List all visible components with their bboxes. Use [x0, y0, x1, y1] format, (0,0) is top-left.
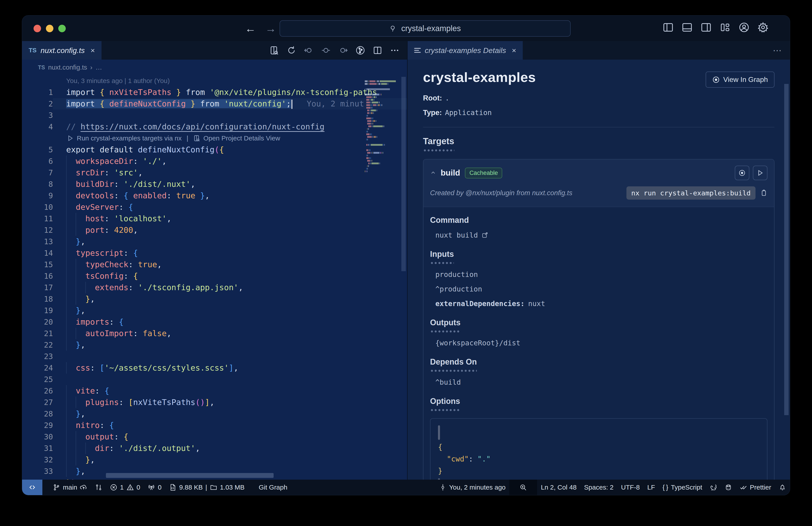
code-line[interactable]: 22 }, [22, 339, 407, 351]
code-line[interactable]: 11 host: 'localhost', [22, 213, 407, 224]
code-line[interactable]: 24 css: ['~/assets/css/styles.scss'], [22, 362, 407, 374]
toggle-secondary-sidebar-icon[interactable] [700, 22, 712, 33]
code-line[interactable]: 16 tsConfig: { [22, 270, 407, 282]
view-in-graph-button[interactable]: View In Graph [706, 72, 774, 88]
code-editor[interactable]: TS nuxt.config.ts › … You, 3 minutes ago… [22, 60, 408, 480]
code-line[interactable]: 13 }, [22, 236, 407, 247]
language-item[interactable]: { } TypeScript [659, 480, 706, 495]
blame-item[interactable]: You, 2 minutes ago [435, 480, 509, 495]
minimize-window-button[interactable] [46, 25, 54, 32]
code-line[interactable]: 10 devServer: { [22, 201, 407, 213]
gitlens-compare-item[interactable] [91, 480, 106, 495]
current-commit-icon[interactable] [321, 45, 331, 55]
code-line[interactable]: 25 [22, 374, 407, 385]
zoom-item[interactable] [509, 480, 537, 495]
notifications-item[interactable] [775, 480, 790, 495]
code-line[interactable]: 3 [22, 110, 407, 121]
chevron-up-icon[interactable] [430, 170, 436, 176]
code-line[interactable]: 23 [22, 351, 407, 362]
close-window-button[interactable] [33, 25, 41, 32]
command-center-search[interactable]: crystal-examples [279, 20, 570, 37]
code-line[interactable]: 9 devtools: { enabled: true }, [22, 190, 407, 201]
code-line[interactable]: 27 plugins: [nxViteTsPaths()], [22, 397, 407, 408]
open-preview-icon[interactable] [270, 45, 279, 55]
nav-forward-commit-icon[interactable] [338, 45, 348, 55]
problems-item[interactable]: 1 0 [106, 480, 144, 495]
file-size-item[interactable]: 9.88 KB | 1.03 MB [165, 480, 248, 495]
code-line[interactable]: 29 nitro: { [22, 420, 407, 431]
breadcrumb[interactable]: TS nuxt.config.ts › … [22, 60, 407, 75]
refresh-icon[interactable] [287, 45, 296, 55]
account-icon[interactable] [738, 22, 750, 33]
command-value[interactable]: nuxt build [430, 231, 767, 239]
build-target-header[interactable]: build Cacheable [423, 159, 774, 182]
tab-label: crystal-examples Details [425, 46, 506, 55]
codelens-open-pdv[interactable]: Open Project Details View [203, 132, 280, 144]
panel-scrollbar[interactable] [784, 84, 788, 415]
code-line[interactable]: 8 buildDir: './dist/.nuxt', [22, 179, 407, 190]
squirrel-item[interactable] [706, 480, 721, 495]
history-back-button[interactable]: ← [245, 22, 256, 35]
code-line[interactable]: 2import { defineNuxtConfig } from 'nuxt/… [22, 98, 407, 110]
close-tab-icon[interactable]: × [90, 46, 95, 55]
code-line[interactable]: 6 workspaceDir: './', [22, 155, 407, 167]
code-line[interactable]: 12 port: 4200, [22, 224, 407, 236]
git-graph-item[interactable]: Git Graph [255, 480, 291, 495]
history-forward-button[interactable]: → [265, 22, 276, 35]
eol-item[interactable]: LF [644, 480, 659, 495]
code-line[interactable]: 18 }, [22, 293, 407, 305]
code-line[interactable]: 28 }, [22, 408, 407, 420]
code-line[interactable]: 17 extends: './tsconfig.app.json', [22, 282, 407, 293]
toggle-panel-icon[interactable] [681, 22, 693, 33]
git-branch-item[interactable]: main [49, 480, 91, 495]
run-command-chip[interactable]: nx run crystal-examples:build [626, 186, 755, 200]
breadcrumb-more[interactable]: … [96, 63, 102, 71]
prettier-item[interactable]: Prettier [736, 480, 775, 495]
editor-horizontal-scrollbar[interactable] [106, 473, 274, 478]
maximize-window-button[interactable] [58, 25, 66, 32]
tab-nuxt-config[interactable]: TS nuxt.config.ts × [22, 41, 102, 60]
copy-icon[interactable] [760, 189, 767, 197]
breadcrumb-file[interactable]: nuxt.config.ts [48, 63, 87, 71]
code-line[interactable]: 19 }, [22, 305, 407, 316]
code-line[interactable]: 7 srcDir: 'src', [22, 167, 407, 179]
settings-gear-icon[interactable] [757, 22, 769, 33]
cursor-position-item[interactable]: Ln 2, Col 48 [537, 480, 580, 495]
run-target-button[interactable] [753, 166, 767, 180]
customize-layout-icon[interactable] [719, 22, 731, 33]
code-line[interactable]: 5export default defineNuxtConfig({ [22, 144, 407, 155]
remote-indicator[interactable] [22, 480, 42, 495]
view-target-in-graph-button[interactable] [735, 166, 749, 180]
code-line[interactable]: 31 dir: './dist/.output', [22, 442, 407, 454]
split-editor-icon[interactable] [373, 45, 382, 55]
external-link-icon[interactable] [481, 232, 488, 239]
encoding-item[interactable]: UTF-8 [618, 480, 644, 495]
code-line[interactable]: 4// https://nuxt.com/docs/api/configurat… [22, 121, 407, 132]
code-line[interactable]: 21 autoImport: false, [22, 328, 407, 339]
toggle-primary-sidebar-icon[interactable] [663, 22, 674, 33]
code-line[interactable]: You, 3 minutes ago | 1 author (You) [22, 75, 407, 87]
code-lines[interactable]: You, 3 minutes ago | 1 author (You)1impo… [22, 75, 407, 480]
code-line[interactable]: 15 typeCheck: true, [22, 259, 407, 270]
options-heading: Options [430, 397, 460, 411]
nav-back-commit-icon[interactable] [304, 45, 314, 55]
indentation-item[interactable]: Spaces: 2 [580, 480, 617, 495]
close-tab-icon[interactable]: × [512, 46, 516, 55]
codelens-run[interactable]: Run crystal-examples targets via nx [77, 132, 182, 144]
more-actions-icon[interactable] [390, 45, 400, 55]
ports-item[interactable]: 0 [144, 480, 165, 495]
code-line[interactable]: 30 output: { [22, 431, 407, 442]
code-line[interactable]: 32 }, [22, 454, 407, 466]
code-line[interactable]: 20 imports: { [22, 316, 407, 328]
code-line[interactable]: Run crystal-examples targets via nx | Op… [22, 132, 407, 144]
code-line[interactable]: 14 typescript: { [22, 247, 407, 259]
code-line[interactable]: 26 vite: { [22, 385, 407, 397]
tab-project-details[interactable]: crystal-examples Details × [408, 41, 523, 60]
minimap[interactable] [365, 78, 396, 172]
code-line[interactable]: 1import { nxViteTsPaths } from '@nx/vite… [22, 87, 407, 98]
copilot-item[interactable] [721, 480, 736, 495]
git-graph-circle-icon[interactable] [356, 45, 365, 55]
options-json-box[interactable]: { "cwd": "."} [430, 418, 767, 480]
editor-vertical-scrollbar[interactable] [401, 77, 406, 271]
more-actions-icon[interactable]: ⋯ [773, 41, 782, 60]
